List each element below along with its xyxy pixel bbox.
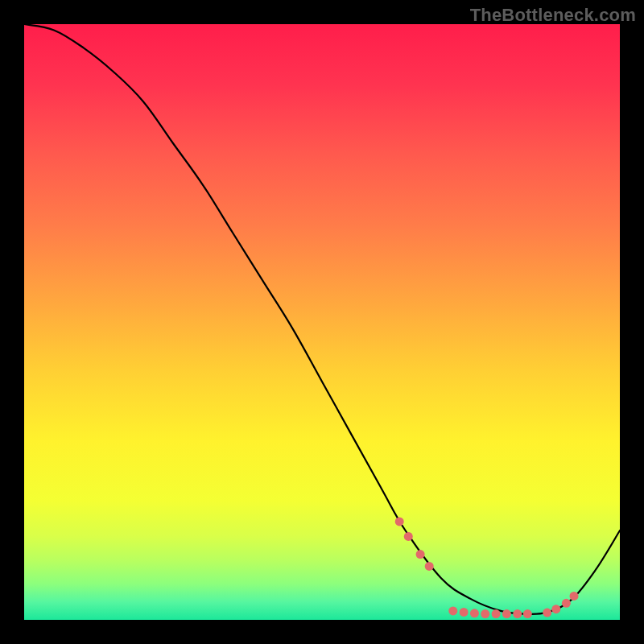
watermark-text: TheBottleneck.com	[470, 5, 636, 26]
curve-marker	[404, 532, 413, 541]
curve-marker	[543, 609, 551, 617]
curve-marker	[523, 609, 532, 618]
chart-frame: TheBottleneck.com	[0, 0, 644, 644]
curve-marker	[425, 562, 434, 571]
curve-marker	[513, 609, 522, 618]
gradient-background	[24, 24, 620, 620]
curve-marker	[448, 606, 457, 615]
curve-marker	[481, 609, 489, 618]
curve-marker	[470, 609, 479, 617]
curve-marker	[460, 608, 469, 617]
chart-svg	[24, 24, 620, 620]
curve-marker	[502, 609, 511, 618]
curve-marker	[551, 605, 560, 613]
curve-marker	[570, 592, 579, 601]
curve-marker	[416, 550, 425, 559]
curve-marker	[395, 517, 404, 526]
plot-area	[24, 24, 620, 620]
curve-marker	[562, 599, 571, 608]
curve-marker	[492, 609, 501, 618]
